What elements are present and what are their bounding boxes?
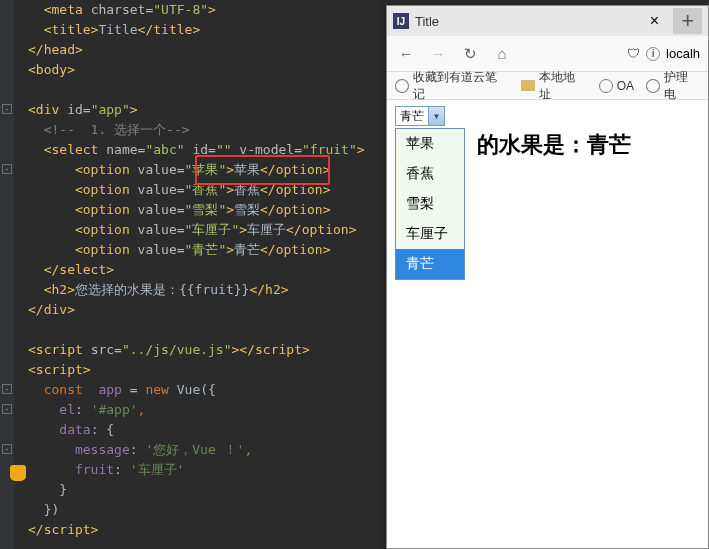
fruit-select[interactable]: 青芒 ▼ bbox=[395, 106, 445, 126]
option-item[interactable]: 车厘子 bbox=[396, 219, 464, 249]
new-tab-button[interactable]: + bbox=[673, 8, 702, 34]
bookmark-folder[interactable]: 本地地址 bbox=[521, 69, 587, 103]
close-tab-icon[interactable]: × bbox=[640, 12, 669, 30]
fold-icon[interactable]: - bbox=[2, 444, 12, 454]
folder-icon bbox=[521, 80, 535, 91]
option-item[interactable]: 雪梨 bbox=[396, 189, 464, 219]
favicon-icon: IJ bbox=[393, 13, 409, 29]
address-bar[interactable]: 🛡 i localh bbox=[627, 46, 700, 61]
fold-icon[interactable]: - bbox=[2, 384, 12, 394]
bookmark-item[interactable]: 护理电 bbox=[646, 69, 700, 103]
highlight-annotation bbox=[195, 155, 330, 185]
lightbulb-icon[interactable] bbox=[10, 465, 26, 481]
result-heading: 的水果是：青芒 bbox=[477, 130, 631, 160]
bookmark-item[interactable]: 收藏到有道云笔记 bbox=[395, 69, 509, 103]
tab-title[interactable]: Title bbox=[415, 14, 640, 29]
shield-icon: 🛡 bbox=[627, 46, 640, 61]
url-text: localh bbox=[666, 46, 700, 61]
browser-window: IJ Title × + ← → ↻ ⌂ 🛡 i localh 收藏到有道云笔记… bbox=[386, 5, 709, 549]
reload-button[interactable]: ↻ bbox=[459, 43, 481, 65]
chevron-down-icon: ▼ bbox=[428, 107, 444, 125]
home-button[interactable]: ⌂ bbox=[491, 43, 513, 65]
select-value: 青芒 bbox=[396, 108, 428, 125]
gutter: - - - - - bbox=[0, 0, 14, 549]
info-icon[interactable]: i bbox=[646, 47, 660, 61]
select-dropdown: 苹果 香蕉 雪梨 车厘子 青芒 bbox=[395, 128, 465, 280]
fold-icon[interactable]: - bbox=[2, 164, 12, 174]
globe-icon bbox=[646, 79, 660, 93]
back-button[interactable]: ← bbox=[395, 43, 417, 65]
nav-toolbar: ← → ↻ ⌂ 🛡 i localh bbox=[387, 36, 708, 72]
bookmark-item[interactable]: OA bbox=[599, 79, 634, 93]
forward-button[interactable]: → bbox=[427, 43, 449, 65]
fold-icon[interactable]: - bbox=[2, 404, 12, 414]
option-item[interactable]: 香蕉 bbox=[396, 159, 464, 189]
bookmarks-bar: 收藏到有道云笔记 本地地址 OA 护理电 bbox=[387, 72, 708, 100]
option-item[interactable]: 苹果 bbox=[396, 129, 464, 159]
globe-icon bbox=[599, 79, 613, 93]
page-content: 青芒 ▼ 苹果 香蕉 雪梨 车厘子 青芒 的水果是：青芒 bbox=[387, 100, 708, 548]
fold-icon[interactable]: - bbox=[2, 104, 12, 114]
globe-icon bbox=[395, 79, 409, 93]
option-item-selected[interactable]: 青芒 bbox=[396, 249, 464, 279]
browser-title-bar: IJ Title × + bbox=[387, 6, 708, 36]
